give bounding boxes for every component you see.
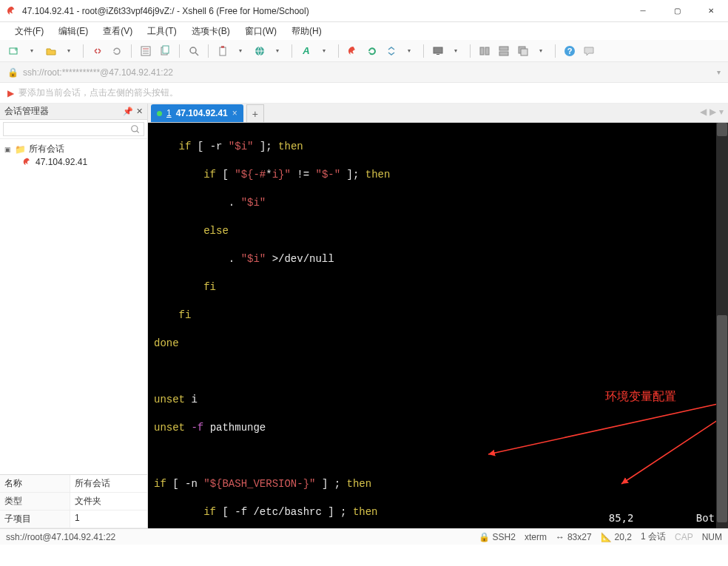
main-area: 1 47.104.92.41 × + ◀ ▶ ▾ if [ -r "$i" ];… (148, 104, 728, 528)
session-tree[interactable]: ▣ 📁 所有会话 47.104.92.41 (0, 139, 147, 474)
tab-nav: ◀ ▶ ▾ (700, 107, 724, 117)
address-bar[interactable]: 🔒 ssh://root:***********@47.104.92.41:22… (0, 62, 728, 83)
tile-h-icon[interactable] (476, 43, 493, 59)
svg-rect-17 (499, 47, 508, 50)
help-icon[interactable]: ? (562, 43, 578, 59)
body: 会话管理器 📌 ✕ ▣ 📁 所有会话 47.104.92.41 名称 所有会话 (0, 104, 728, 528)
maximize-button[interactable]: ▢ (660, 0, 694, 21)
chat-icon[interactable] (581, 43, 597, 59)
reconnect-icon[interactable] (109, 43, 125, 59)
vim-position: 85,2 Bot (609, 511, 715, 525)
svg-rect-13 (434, 47, 442, 53)
prop-row: 子项目 1 (0, 511, 147, 528)
scroll-up-icon[interactable] (717, 123, 727, 136)
prop-type-label: 类型 (0, 493, 70, 510)
minimize-button[interactable]: ─ (626, 0, 660, 21)
prop-children-value: 1 (70, 511, 147, 528)
tree-root-label: 所有会话 (29, 143, 64, 155)
tab-prev-icon[interactable]: ◀ (700, 107, 707, 117)
svg-rect-15 (480, 47, 484, 55)
address-text: ssh://root:***********@47.104.92.41:22 (23, 67, 712, 78)
app-icon (6, 5, 18, 17)
tab-list-icon[interactable]: ▾ (719, 107, 724, 117)
font-dropdown[interactable]: ▾ (316, 43, 332, 59)
status-size: ↔ 83x27 (556, 532, 592, 542)
tab-close-icon[interactable]: × (232, 108, 237, 118)
status-cursor: 📐 20,2 (601, 532, 632, 542)
window-controls: ─ ▢ ✕ (626, 0, 728, 21)
paste-dropdown[interactable]: ▾ (232, 43, 249, 59)
title-bar: 47.104.92.41 - root@iZ6t33vpf46j9vZ:/ - … (0, 0, 728, 22)
toolbar: + ▾ ▾ ▾ ▾ A ▾ ▾ ▾ ▾ ? (0, 40, 728, 62)
refresh-icon[interactable] (364, 43, 380, 59)
status-num: NUM (702, 532, 722, 542)
terminal-scrollbar[interactable] (716, 123, 728, 528)
paste-icon[interactable] (215, 43, 231, 59)
scroll-thumb[interactable] (717, 315, 727, 522)
tab-bar: 1 47.104.92.41 × + ◀ ▶ ▾ (148, 104, 728, 123)
prop-children-label: 子项目 (0, 511, 70, 528)
session-search-input[interactable] (3, 122, 144, 136)
hint-bar: ▶ 要添加当前会话，点击左侧的箭头按钮。 (0, 83, 728, 104)
font-icon[interactable]: A (298, 43, 314, 59)
open-dropdown[interactable]: ▾ (61, 43, 77, 59)
status-bar: ssh://root@47.104.92.41:22 🔒SSH2 xterm ↔… (0, 528, 728, 545)
tree-root[interactable]: ▣ 📁 所有会话 (1, 142, 146, 156)
session-manager: 会话管理器 📌 ✕ ▣ 📁 所有会话 47.104.92.41 名称 所有会话 (0, 104, 148, 528)
menu-view[interactable]: 查看(V) (97, 24, 138, 39)
terminal[interactable]: if [ -r "$i" ]; then if [ "${-#*i}" != "… (148, 123, 728, 528)
swirl-icon[interactable] (345, 43, 361, 59)
collapse-icon[interactable]: ▣ (4, 146, 12, 153)
menu-window[interactable]: 窗口(W) (239, 24, 283, 39)
prop-row: 类型 文件夹 (0, 493, 147, 511)
disconnect-icon[interactable] (90, 43, 106, 59)
window-title: 47.104.92.41 - root@iZ6t33vpf46j9vZ:/ - … (22, 6, 626, 16)
transfer-dropdown[interactable]: ▾ (401, 43, 417, 59)
address-dropdown-icon[interactable]: ▾ (717, 68, 721, 76)
lock-icon: 🔒 (7, 67, 18, 78)
layout-dropdown[interactable]: ▾ (533, 43, 549, 59)
menu-file[interactable]: 文件(F) (9, 24, 50, 39)
transfer-icon[interactable] (383, 43, 400, 59)
new-session-icon[interactable]: + (6, 43, 22, 59)
svg-rect-10 (220, 47, 226, 55)
properties-icon[interactable] (138, 43, 154, 59)
svg-point-8 (190, 47, 196, 53)
tile-v-icon[interactable] (496, 43, 512, 59)
svg-rect-11 (221, 46, 224, 48)
session-search-row (0, 120, 147, 139)
session-manager-title: 会话管理器 (4, 105, 49, 118)
screen-dropdown[interactable]: ▾ (448, 43, 464, 59)
pin-icon[interactable]: 📌 (123, 107, 133, 116)
tab-add-button[interactable]: + (246, 104, 264, 122)
close-button[interactable]: ✕ (694, 0, 728, 21)
screen-icon[interactable] (430, 43, 446, 59)
open-icon[interactable] (43, 43, 59, 59)
svg-line-9 (195, 53, 198, 55)
status-connection: ssh://root@47.104.92.41:22 (6, 532, 115, 542)
tab-index: 1 (166, 108, 172, 118)
prop-row: 名称 所有会话 (0, 475, 147, 493)
copy-icon[interactable] (157, 43, 173, 59)
cascade-icon[interactable] (515, 43, 531, 59)
web-icon[interactable] (252, 43, 268, 59)
svg-rect-16 (485, 47, 489, 55)
find-icon[interactable] (186, 43, 202, 59)
tree-host[interactable]: 47.104.92.41 (1, 156, 146, 168)
menu-tools[interactable]: 工具(T) (141, 24, 182, 39)
hint-text: 要添加当前会话，点击左侧的箭头按钮。 (18, 87, 178, 99)
new-dropdown[interactable]: ▾ (24, 43, 40, 59)
svg-rect-14 (437, 54, 439, 55)
close-panel-icon[interactable]: ✕ (136, 107, 143, 116)
web-dropdown[interactable]: ▾ (269, 43, 286, 59)
folder-icon: 📁 (15, 144, 26, 155)
menu-help[interactable]: 帮助(H) (286, 24, 328, 39)
status-ssh: 🔒SSH2 (479, 532, 516, 542)
tab-active[interactable]: 1 47.104.92.41 × (151, 104, 243, 122)
tab-next-icon[interactable]: ▶ (710, 107, 716, 117)
menu-tabs[interactable]: 选项卡(B) (186, 24, 236, 39)
menu-edit[interactable]: 编辑(E) (53, 24, 94, 39)
svg-text:+: + (14, 46, 18, 53)
session-manager-header: 会话管理器 📌 ✕ (0, 104, 147, 120)
property-table: 名称 所有会话 类型 文件夹 子项目 1 (0, 474, 147, 528)
